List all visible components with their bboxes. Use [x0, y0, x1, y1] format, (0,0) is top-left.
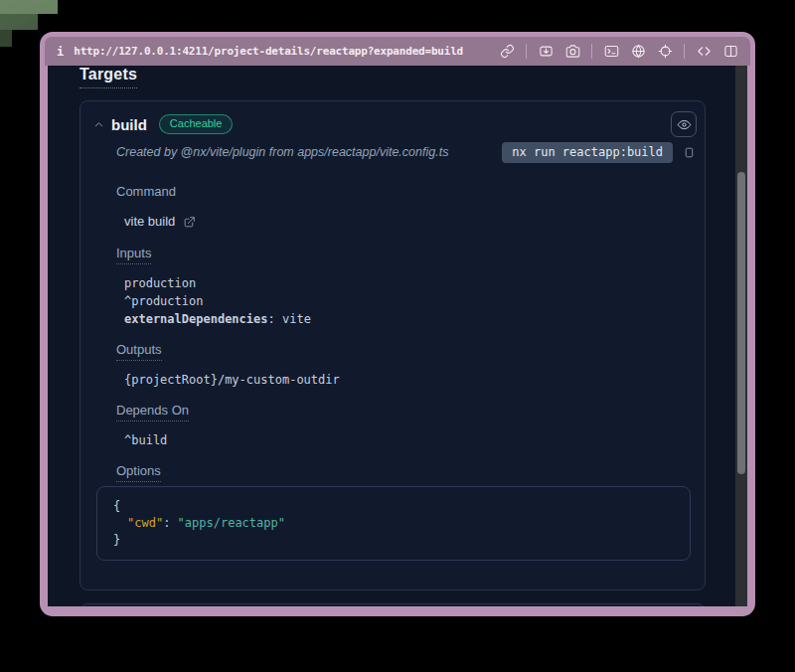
project-details-page: Targets build Cacheable Created by @nx/v…	[48, 66, 735, 606]
json-line: }	[113, 532, 674, 549]
browser-window: i http://127.0.0.1:4211/project-details/…	[40, 32, 755, 616]
browser-toolbar: i http://127.0.0.1:4211/project-details/…	[45, 37, 750, 66]
options-json-block: { "cwd": "apps/reactapp" }	[96, 486, 691, 561]
depends-on-label[interactable]: Depends On	[116, 403, 189, 421]
section-options: Options { "cwd": "apps/reactapp" }	[116, 461, 679, 561]
command-label: Command	[116, 184, 176, 202]
cacheable-badge: Cacheable	[159, 114, 234, 134]
inputs-list: production ^production externalDependenc…	[116, 274, 679, 328]
output-item: {projectRoot}/my-custom-outdir	[124, 371, 679, 389]
target-name: build	[111, 116, 147, 133]
outputs-label[interactable]: Outputs	[116, 342, 162, 361]
info-icon: i	[57, 45, 64, 59]
target-card-serve: serve vite serve	[80, 603, 706, 606]
desktop-wallpaper-corner	[0, 0, 58, 14]
target-header-serve[interactable]: serve vite serve	[80, 604, 705, 606]
command-text: vite build	[124, 213, 175, 231]
url-bar[interactable]: http://127.0.0.1:4211/project-details/re…	[74, 45, 463, 58]
split-panel-icon[interactable]	[722, 44, 738, 60]
input-item: ^production	[124, 292, 679, 310]
section-inputs: Inputs production ^production externalDe…	[116, 244, 679, 328]
toolbar-separator	[591, 44, 592, 59]
code-icon[interactable]	[696, 44, 712, 60]
camera-icon[interactable]	[564, 44, 580, 60]
input-kv-key: externalDependencies	[124, 312, 268, 326]
created-by-row: Created by @nx/vite/plugin from apps/rea…	[80, 137, 705, 163]
eye-icon-button[interactable]	[671, 111, 697, 137]
crosshair-icon[interactable]	[657, 44, 673, 60]
page-viewport: Targets build Cacheable Created by @nx/v…	[48, 66, 735, 606]
input-kv-value: vite	[282, 312, 311, 326]
json-line: {	[113, 498, 674, 515]
toolbar-separator	[684, 44, 685, 59]
created-by-text: Created by @nx/vite/plugin from apps/rea…	[116, 145, 502, 159]
target-details: Command vite build Inputs production	[80, 182, 705, 589]
section-depends-on: Depends On ^build	[116, 401, 679, 449]
json-string-value: "apps/reactapp"	[178, 516, 285, 530]
depends-on-item: ^build	[124, 431, 679, 449]
json-sep: :	[163, 516, 177, 530]
globe-icon[interactable]	[630, 44, 646, 60]
link-icon[interactable]	[499, 44, 515, 60]
section-outputs: Outputs {projectRoot}/my-custom-outdir	[116, 340, 679, 389]
json-line: "cwd": "apps/reactapp"	[113, 515, 674, 532]
json-key: "cwd"	[127, 516, 163, 530]
inputs-label[interactable]: Inputs	[116, 246, 151, 264]
scrollbar-track[interactable]	[735, 66, 747, 606]
scrollbar-thumb[interactable]	[737, 172, 745, 474]
section-command: Command vite build	[116, 182, 679, 231]
toolbar-actions	[499, 44, 738, 60]
save-page-icon[interactable]	[538, 44, 554, 60]
run-command-pill: nx run reactapp:build	[502, 142, 673, 163]
copy-icon[interactable]	[681, 144, 697, 160]
depends-on-list: ^build	[116, 431, 679, 449]
page-title: Targets	[80, 66, 137, 88]
input-item: externalDependencies: vite	[124, 310, 679, 328]
toolbar-separator	[526, 44, 527, 59]
input-kv-sep: :	[268, 312, 282, 326]
target-card-build: build Cacheable Created by @nx/vite/plug…	[80, 100, 706, 590]
options-label[interactable]: Options	[116, 463, 161, 482]
terminal-icon[interactable]	[603, 44, 619, 60]
outputs-list: {projectRoot}/my-custom-outdir	[116, 371, 679, 389]
external-link-icon[interactable]	[182, 215, 196, 229]
target-header-build[interactable]: build Cacheable	[80, 101, 705, 137]
input-item: production	[124, 274, 679, 292]
command-value: vite build	[116, 213, 679, 231]
chevron-up-icon[interactable]	[90, 116, 106, 132]
